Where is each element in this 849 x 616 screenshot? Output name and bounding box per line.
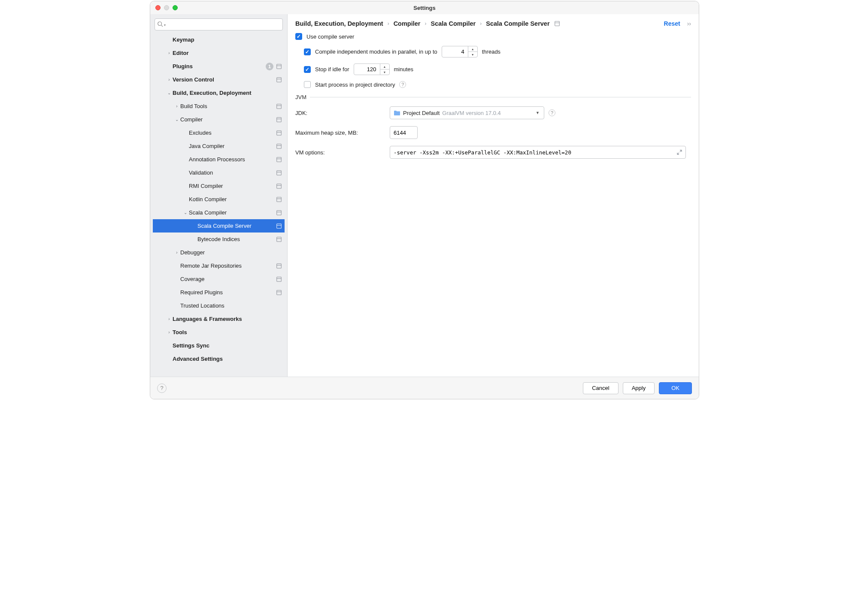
search-input[interactable] (155, 18, 283, 30)
sidebar-item-label: Editor (173, 50, 282, 56)
vm-options-label: VM options: (295, 149, 390, 156)
parallel-threads-suffix: threads (482, 48, 500, 55)
sidebar-item-trusted-locations[interactable]: Trusted Locations (153, 299, 285, 312)
stop-idle-checkbox[interactable] (304, 66, 311, 73)
use-compile-server-checkbox[interactable] (295, 33, 302, 40)
svg-rect-34 (555, 21, 559, 26)
svg-rect-30 (277, 277, 282, 281)
heap-input[interactable] (390, 126, 418, 139)
sidebar-item-label: Plugins (173, 63, 266, 69)
svg-rect-20 (277, 197, 282, 202)
heap-label: Maximum heap size, MB: (295, 130, 390, 136)
project-scope-icon (554, 21, 560, 27)
sidebar-item-excludes[interactable]: Excludes (153, 126, 285, 139)
reset-link[interactable]: Reset (664, 20, 680, 27)
svg-point-0 (158, 22, 162, 26)
sidebar-item-label: Tools (173, 329, 282, 335)
sidebar-item-advanced-settings[interactable]: Advanced Settings (153, 352, 285, 365)
window-title: Settings (150, 5, 699, 11)
sidebar-item-build-execution-deployment[interactable]: ⌄Build, Execution, Deployment (153, 86, 285, 100)
svg-line-1 (161, 25, 163, 27)
help-icon[interactable]: ? (399, 81, 406, 88)
search-history-dropdown-icon[interactable]: ▾ (164, 23, 166, 27)
svg-rect-8 (277, 117, 282, 122)
sidebar-item-coverage[interactable]: Coverage (153, 272, 285, 286)
svg-rect-28 (277, 263, 282, 268)
sidebar-item-debugger[interactable]: ›Debugger (153, 246, 285, 259)
sidebar-item-bytecode-indices[interactable]: Bytecode Indices (153, 233, 285, 246)
chevron-down-icon: ⌄ (166, 91, 173, 95)
sidebar-item-scala-compile-server[interactable]: Scala Compile Server (153, 219, 285, 233)
stepper-up-icon[interactable]: ▲ (380, 64, 389, 69)
compile-parallel-label: Compile independent modules in parallel,… (315, 48, 437, 55)
sidebar-item-label: Keymap (173, 36, 282, 43)
sidebar-item-compiler[interactable]: ⌄Compiler (153, 113, 285, 126)
project-scope-icon (276, 63, 282, 69)
sidebar-item-label: Advanced Settings (173, 356, 282, 362)
sidebar-item-validation[interactable]: Validation (153, 166, 285, 179)
chevron-right-icon: › (166, 51, 173, 55)
breadcrumb-segment[interactable]: Compiler (394, 20, 421, 27)
parallel-threads-input[interactable] (442, 46, 468, 57)
more-icon[interactable]: ›› (685, 20, 691, 27)
help-button[interactable]: ? (157, 383, 167, 393)
expand-icon[interactable] (673, 146, 685, 158)
svg-rect-16 (277, 170, 282, 175)
project-scope-icon (276, 77, 282, 83)
stepper-up-icon[interactable]: ▲ (468, 46, 477, 52)
sidebar-item-label: Remote Jar Repositories (180, 263, 276, 269)
sidebar-item-settings-sync[interactable]: Settings Sync (153, 339, 285, 352)
sidebar-item-label: Excludes (189, 130, 276, 136)
breadcrumb-bar: Build, Execution, Deployment › Compiler … (288, 14, 699, 31)
stepper-down-icon[interactable]: ▼ (468, 52, 477, 57)
update-count-badge: 1 (266, 63, 273, 70)
start-in-project-label: Start process in project directory (315, 82, 395, 88)
sidebar-item-scala-compiler[interactable]: ⌄Scala Compiler (153, 206, 285, 219)
sidebar-item-plugins[interactable]: Plugins1 (153, 60, 285, 73)
sidebar-item-languages-frameworks[interactable]: ›Languages & Frameworks (153, 312, 285, 326)
sidebar-item-label: Version Control (173, 76, 276, 83)
sidebar-item-remote-jar-repositories[interactable]: Remote Jar Repositories (153, 259, 285, 272)
settings-tree: Keymap ›EditorPlugins1›Version Control⌄B… (153, 33, 285, 374)
chevron-right-icon: › (424, 21, 426, 27)
dialog-footer: ? Cancel Apply OK (150, 377, 699, 399)
sidebar-item-label: Debugger (180, 249, 282, 256)
svg-rect-18 (277, 184, 282, 188)
divider (310, 97, 691, 97)
sidebar-item-rmi-compiler[interactable]: RMI Compiler (153, 179, 285, 193)
compile-parallel-checkbox[interactable] (304, 48, 311, 55)
project-scope-icon (276, 130, 282, 136)
use-compile-server-label: Use compile server (306, 33, 354, 40)
sidebar-item-label: Java Compiler (189, 143, 276, 149)
help-icon[interactable]: ? (549, 109, 555, 116)
breadcrumb-segment[interactable]: Build, Execution, Deployment (295, 20, 383, 27)
sidebar-item-java-compiler[interactable]: Java Compiler (153, 139, 285, 153)
project-scope-icon (276, 117, 282, 123)
sidebar-item-required-plugins[interactable]: Required Plugins (153, 286, 285, 299)
apply-button[interactable]: Apply (623, 382, 655, 394)
jdk-label: JDK: (295, 110, 390, 116)
breadcrumb-segment[interactable]: Scala Compiler (431, 20, 476, 27)
sidebar-item-kotlin-compiler[interactable]: Kotlin Compiler (153, 193, 285, 206)
sidebar-item-tools[interactable]: ›Tools (153, 326, 285, 339)
sidebar-item-build-tools[interactable]: ›Build Tools (153, 100, 285, 113)
sidebar-item-version-control[interactable]: ›Version Control (153, 73, 285, 86)
start-in-project-checkbox[interactable] (304, 81, 311, 88)
cancel-button[interactable]: Cancel (583, 382, 618, 394)
stop-idle-input[interactable] (354, 64, 380, 75)
folder-icon (394, 110, 400, 116)
sidebar-item-keymap[interactable]: Keymap (153, 33, 285, 46)
parallel-threads-stepper: ▲ ▼ (442, 46, 478, 57)
jdk-select[interactable]: Project Default GraalVM version 17.0.4 ▼ (390, 106, 544, 119)
ok-button[interactable]: OK (659, 382, 692, 394)
sidebar-item-label: Validation (189, 169, 276, 176)
sidebar-item-editor[interactable]: ›Editor (153, 46, 285, 60)
stepper-down-icon[interactable]: ▼ (380, 69, 389, 75)
project-scope-icon (276, 210, 282, 216)
chevron-right-icon: › (388, 21, 389, 27)
sidebar-item-label: Required Plugins (180, 289, 276, 296)
sidebar-item-annotation-processors[interactable]: Annotation Processors (153, 153, 285, 166)
chevron-right-icon: › (166, 317, 173, 321)
project-scope-icon (276, 196, 282, 202)
vm-options-input[interactable] (390, 146, 673, 158)
